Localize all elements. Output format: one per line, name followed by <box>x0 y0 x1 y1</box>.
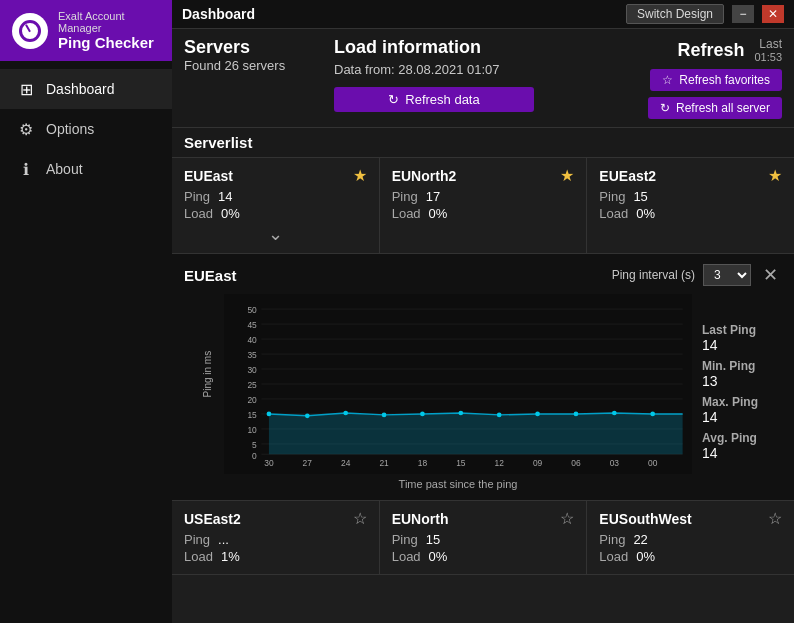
svg-point-38 <box>382 413 387 418</box>
title-bar-controls: Switch Design − ✕ <box>626 4 784 24</box>
server-card-header-eunorth: EUNorth ☆ <box>392 509 575 528</box>
max-ping-stat: Max. Ping 14 <box>702 395 782 425</box>
refresh-all-button[interactable]: ↻ Refresh all server <box>648 97 782 119</box>
load-info: Load information Data from: 28.08.2021 0… <box>334 37 628 112</box>
refresh-all-icon: ↻ <box>660 101 670 115</box>
server-card-header-eusouthwest: EUSouthWest ☆ <box>599 509 782 528</box>
dashboard-icon: ⊞ <box>16 79 36 99</box>
close-button[interactable]: ✕ <box>762 5 784 23</box>
star-icon-useast2[interactable]: ☆ <box>353 509 367 528</box>
svg-text:21: 21 <box>379 458 389 468</box>
svg-text:09: 09 <box>533 458 543 468</box>
server-ping-eueast: Ping 14 <box>184 189 367 204</box>
server-name-eunorth: EUNorth <box>392 511 449 527</box>
expanded-server-name: EUEast <box>184 267 237 284</box>
svg-point-43 <box>574 412 579 417</box>
chart-with-axes: Ping in ms <box>184 294 692 490</box>
load-value-eusouthwest: 0% <box>636 549 655 564</box>
last-ping-stat: Last Ping 14 <box>702 323 782 353</box>
expanded-chart-section: EUEast Ping interval (s) 3 5 10 ✕ Ping i… <box>172 254 794 501</box>
svg-text:06: 06 <box>571 458 581 468</box>
svg-text:00: 00 <box>648 458 658 468</box>
server-load-eueast2: Load 0% <box>599 206 782 221</box>
last-refresh-time: 01:53 <box>754 51 782 63</box>
load-value-eueast: 0% <box>221 206 240 221</box>
star-icon-eueast2[interactable]: ★ <box>768 166 782 185</box>
last-refresh-row: Refresh Last 01:53 <box>677 37 782 63</box>
min-ping-stat: Min. Ping 13 <box>702 359 782 389</box>
star-icon-eunorth2[interactable]: ★ <box>560 166 574 185</box>
refresh-label: Refresh <box>677 40 744 61</box>
server-card-header-useast2: USEast2 ☆ <box>184 509 367 528</box>
sidebar-item-dashboard[interactable]: ⊞ Dashboard <box>0 69 172 109</box>
load-data: Data from: 28.08.2021 01:07 <box>334 62 628 77</box>
svg-text:25: 25 <box>247 380 257 390</box>
max-ping-value: 14 <box>702 409 782 425</box>
server-load-eueast: Load 0% <box>184 206 367 221</box>
svg-point-35 <box>267 412 272 417</box>
refresh-all-label: Refresh all server <box>676 101 770 115</box>
server-ping-eueast2: Ping 15 <box>599 189 782 204</box>
star-icon-eueast[interactable]: ★ <box>353 166 367 185</box>
star-icon-eunorth[interactable]: ☆ <box>560 509 574 528</box>
sidebar-item-about[interactable]: ℹ About <box>0 149 172 189</box>
svg-text:30: 30 <box>264 458 274 468</box>
svg-text:15: 15 <box>456 458 466 468</box>
content-area: EUEast ★ Ping 14 Load 0% ⌄ EUNorth2 ★ <box>172 158 794 623</box>
min-ping-label: Min. Ping <box>702 359 782 373</box>
svg-text:50: 50 <box>247 305 257 315</box>
svg-text:35: 35 <box>247 350 257 360</box>
ping-value-eueast: 14 <box>218 189 232 204</box>
ping-value-useast2: ... <box>218 532 229 547</box>
expanded-header: EUEast Ping interval (s) 3 5 10 ✕ <box>184 264 782 286</box>
minimize-button[interactable]: − <box>732 5 754 23</box>
refresh-favorites-label: Refresh favorites <box>679 73 770 87</box>
svg-text:10: 10 <box>247 425 257 435</box>
server-name-eueast2: EUEast2 <box>599 168 656 184</box>
chevron-down-eueast[interactable]: ⌄ <box>184 223 367 245</box>
sidebar-item-options[interactable]: ⚙ Options <box>0 109 172 149</box>
svg-text:24: 24 <box>341 458 351 468</box>
sidebar-item-label-options: Options <box>46 121 94 137</box>
app-name: Exalt Account Manager <box>58 10 160 34</box>
ping-value-eunorth: 15 <box>426 532 440 547</box>
server-name-eueast: EUEast <box>184 168 233 184</box>
server-card-eueast: EUEast ★ Ping 14 Load 0% ⌄ <box>172 158 380 253</box>
svg-text:20: 20 <box>247 395 257 405</box>
refresh-data-button[interactable]: ↻ Refresh data <box>334 87 534 112</box>
header-section: Servers Found 26 servers Load informatio… <box>172 29 794 128</box>
svg-point-36 <box>305 413 310 418</box>
expand-close-button[interactable]: ✕ <box>759 264 782 286</box>
bottom-server-cards-row: USEast2 ☆ Ping ... Load 1% EUNorth ☆ <box>172 501 794 575</box>
chart-container: Ping in ms <box>184 294 782 490</box>
server-name-useast2: USEast2 <box>184 511 241 527</box>
svg-text:27: 27 <box>303 458 313 468</box>
svg-text:5: 5 <box>252 440 257 450</box>
ping-interval-label: Ping interval (s) <box>612 268 695 282</box>
top-server-cards-row: EUEast ★ Ping 14 Load 0% ⌄ EUNorth2 ★ <box>172 158 794 254</box>
refresh-data-icon: ↻ <box>388 92 399 107</box>
svg-text:30: 30 <box>247 365 257 375</box>
svg-point-41 <box>497 413 502 418</box>
ping-interval-select[interactable]: 3 5 10 <box>703 264 751 286</box>
server-card-eunorth2: EUNorth2 ★ Ping 17 Load 0% <box>380 158 588 253</box>
app-title: Ping Checker <box>58 34 160 51</box>
switch-design-button[interactable]: Switch Design <box>626 4 724 24</box>
sidebar-item-label-dashboard: Dashboard <box>46 81 115 97</box>
server-ping-useast2: Ping ... <box>184 532 367 547</box>
server-load-useast2: Load 1% <box>184 549 367 564</box>
ping-value-eusouthwest: 22 <box>633 532 647 547</box>
svg-text:18: 18 <box>418 458 428 468</box>
x-axis-label: Time past since the ping <box>224 478 692 490</box>
refresh-favorites-button[interactable]: ☆ Refresh favorites <box>650 69 782 91</box>
server-card-header-eunorth2: EUNorth2 ★ <box>392 166 575 185</box>
last-refresh-label: Last <box>759 37 782 51</box>
servers-label: Servers <box>184 37 314 58</box>
load-value-eunorth: 0% <box>429 549 448 564</box>
avg-ping-label: Avg. Ping <box>702 431 782 445</box>
server-card-eusouthwest: EUSouthWest ☆ Ping 22 Load 0% <box>587 501 794 574</box>
star-icon-eusouthwest[interactable]: ☆ <box>768 509 782 528</box>
svg-text:15: 15 <box>247 410 257 420</box>
svg-text:12: 12 <box>495 458 505 468</box>
main-content: Dashboard Switch Design − ✕ Servers Foun… <box>172 0 794 623</box>
